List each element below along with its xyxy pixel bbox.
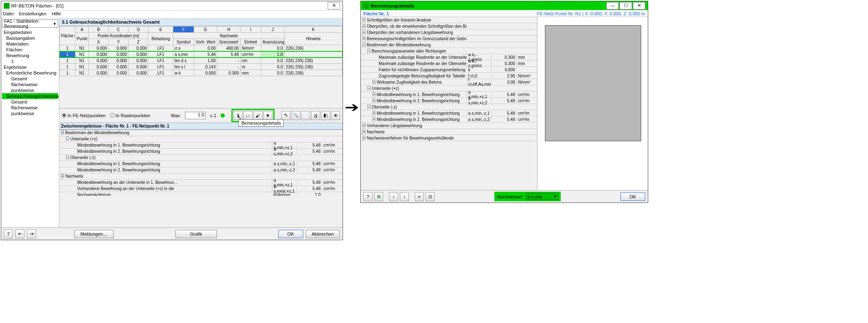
th-g[interactable]: G	[194, 27, 217, 33]
close-button-2[interactable]: ✕	[633, 2, 645, 10]
th-einheit[interactable]: Einheit	[241, 39, 261, 45]
radio-rasterpunkte[interactable]: In Rasterpunkten	[110, 113, 151, 118]
tree-bewehrung[interactable]: Bewehrung	[2, 53, 58, 58]
detail-row[interactable]: Faktor für nichtlineare Zugspannungsvert…	[361, 67, 537, 73]
th-hinweis[interactable]: Hinweis	[284, 33, 343, 45]
th-j[interactable]: J	[261, 27, 284, 33]
th-b[interactable]: B	[89, 27, 109, 33]
th-flaeche-nr[interactable]: Fläche Nr.	[60, 27, 75, 45]
detail-row[interactable]: Zugrundegelegte Betonzugfestigkeit für T…	[361, 73, 537, 79]
th-x[interactable]: X	[89, 39, 109, 45]
table-row[interactable]: 1N10.0000.0000.000LF1lim s l0.143-m0.022…	[60, 64, 343, 70]
table-row[interactable]: 1N10.0000.0000.000LF1a s,min5.485.48cm²/…	[60, 51, 343, 58]
max-value[interactable]: 1.0	[185, 112, 206, 119]
th-e[interactable]: E	[148, 27, 173, 33]
detail-row[interactable]: Mindestbewehrung an der Unterseite in 1.…	[59, 180, 343, 186]
th-symbol[interactable]: Symbol	[173, 39, 194, 45]
th-belastung[interactable]: Belastung	[148, 33, 173, 45]
detail-row[interactable]: Mindestbewehrung in 1. Bewehrungsrichtun…	[59, 161, 343, 167]
excel-button[interactable]: ⊞	[374, 192, 383, 201]
menu-hilfe[interactable]: Hilfe	[52, 11, 61, 16]
nachweisart-select[interactable]: a s,min	[526, 193, 558, 200]
grafik-button[interactable]: Grafik	[175, 230, 217, 238]
minimize-button[interactable]: —	[606, 2, 619, 10]
detail-row[interactable]: Maximale zulässige Rissbreite an der Obe…	[361, 60, 537, 67]
th-c[interactable]: C	[109, 27, 129, 33]
tool-a-button[interactable]: ≡	[415, 192, 424, 201]
table-row[interactable]: 1N10.0000.0000.000LF1lim d s1.00-cm0.022…	[60, 58, 343, 64]
detail-row[interactable]: −Oberseite (-z)	[59, 155, 343, 161]
detail-row[interactable]: Mindestbewehrung in 2. Bewehrungsrichtun…	[59, 149, 343, 155]
sort-button[interactable]: ↓↑	[243, 111, 253, 120]
tree-bewehrung-1[interactable]: 1	[2, 58, 58, 64]
detail-row[interactable]: +Überprüfen, ob die einwirkenden Schnitt…	[361, 23, 537, 29]
export-button[interactable]: ⇥	[27, 229, 36, 239]
tree-materialien[interactable]: Materialien	[2, 41, 58, 47]
nav-back-button[interactable]: ‹	[389, 192, 398, 201]
tbtn-6[interactable]: 🔍	[291, 111, 300, 120]
detail-row[interactable]: NachweiskriteriumKriterium1.0	[59, 192, 343, 196]
tree-flaechenweise2[interactable]: flächenweise	[2, 105, 58, 111]
detail-row[interactable]: +Mindestbewehrung in 1. Bewehrungsrichtu…	[361, 92, 537, 98]
th-grenzwert[interactable]: Grenzwert	[217, 39, 241, 45]
tree-ergebnisse[interactable]: Ergebnisse	[2, 64, 58, 70]
tree-basisangaben[interactable]: Basisangaben	[2, 35, 58, 41]
maximize-button[interactable]: ☐	[620, 2, 632, 10]
th-d[interactable]: D	[129, 27, 148, 33]
tree-punktweise[interactable]: punktweise	[2, 87, 58, 93]
detail-row[interactable]: −Unterseite (+z)	[59, 136, 343, 142]
th-a[interactable]: A	[75, 27, 89, 33]
tbtn-8[interactable]: 🖨	[311, 111, 320, 120]
th-punkt-koord[interactable]: Punkt-Koordinaten [m]	[89, 33, 148, 39]
help-button-2[interactable]: ?	[363, 192, 372, 201]
detail-row[interactable]: +Vorhandene Längsbewehrung	[361, 123, 537, 129]
detail-row[interactable]: +Bestimmen der Mindestbewehrung	[59, 130, 343, 136]
th-vorh-wert[interactable]: Vorh. Wert	[194, 39, 217, 45]
th-h[interactable]: H	[217, 27, 241, 33]
tbtn-7[interactable]: 📄	[301, 111, 310, 120]
detail-row[interactable]: Mindestbewehrung in 1. Bewehrungsrichtun…	[59, 142, 343, 149]
ok-button[interactable]: OK	[278, 230, 303, 238]
meldungen-button[interactable]: Meldungen…	[74, 230, 114, 238]
tree-punktweise2[interactable]: punktweise	[2, 111, 58, 116]
color-button[interactable]: 🖌	[253, 111, 263, 120]
detail-row[interactable]: +Mindestbewehrung in 2. Bewehrungsrichtu…	[361, 116, 537, 123]
th-punkt-nr[interactable]: Punkt Nr.	[75, 33, 89, 45]
detail-row[interactable]: −Bestimmen der Mindestbewehrung	[361, 42, 537, 48]
tree-flaechen[interactable]: Flächen	[2, 47, 58, 53]
detail-row[interactable]: +Nachweis	[361, 129, 537, 135]
tree-eingabedaten[interactable]: Eingabedaten	[2, 29, 58, 35]
ok-button-2[interactable]: OK	[620, 193, 645, 201]
import-button[interactable]: ⇤	[15, 229, 24, 239]
help-button[interactable]: ?	[4, 229, 13, 239]
table-row[interactable]: 1N10.0000.0000.000LF1σ s0.00400.00N/mm²0…	[60, 45, 343, 51]
detail-row[interactable]: Mindestbewehrung in 2. Bewehrungsrichtun…	[59, 167, 343, 174]
th-f[interactable]: F	[173, 27, 194, 33]
th-y[interactable]: Y	[109, 39, 129, 45]
tbtn-10[interactable]: 👁	[331, 111, 340, 120]
detail-row[interactable]: −Unterseite (+z)	[361, 85, 537, 92]
radio-fe-netzpunkte[interactable]: In FE-Netzpunkten	[62, 113, 106, 118]
filter-button[interactable]: ▼	[263, 111, 272, 120]
detail-row[interactable]: +Schnittgrößen der linearen Analyse	[361, 17, 537, 23]
tbtn-9[interactable]: ◧	[321, 111, 330, 120]
detail-row[interactable]: +Mindestbewehrung in 2. Bewehrungsrichtu…	[361, 98, 537, 104]
th-nachweis[interactable]: Nachweis	[173, 33, 284, 39]
tree-erf-bewehrung[interactable]: Erforderliche Bewehrung	[2, 70, 58, 76]
abbrechen-button[interactable]: Abbrechen	[306, 230, 340, 238]
th-k[interactable]: K	[284, 27, 343, 33]
detail-row[interactable]: −Oberseite (-z)	[361, 104, 537, 110]
detail-row[interactable]: Vorhandene Bewehrung an der Unterseite (…	[59, 186, 343, 192]
detail-row[interactable]: +Nachweisverfahren für Bewehrungsumhülle…	[361, 135, 537, 141]
tree-gesamt2[interactable]: Gesamt	[2, 99, 58, 105]
detail-row[interactable]: Maximale zulässige Rissbreite an der Unt…	[361, 54, 537, 60]
nav-fwd-button[interactable]: ›	[400, 192, 409, 201]
tree-flaechenweise[interactable]: flächenweise	[2, 82, 58, 87]
table-row[interactable]: 1N10.0000.0000.000LF1w k0.0000.300mm0.02…	[60, 70, 343, 76]
tool-b-button[interactable]: ⊡	[425, 192, 435, 201]
detail-row[interactable]: +Bemessungsschnittgrößen im Grenzzustand…	[361, 36, 537, 42]
detail-row[interactable]: +Überprüfen der vorhandenen Längsbewehru…	[361, 29, 537, 36]
detail-row[interactable]: −Berechnungsparameter aller Richtungen	[361, 48, 537, 54]
detail-row[interactable]: +Nachweis	[59, 174, 343, 180]
tbtn-5[interactable]: ✎	[281, 111, 290, 120]
